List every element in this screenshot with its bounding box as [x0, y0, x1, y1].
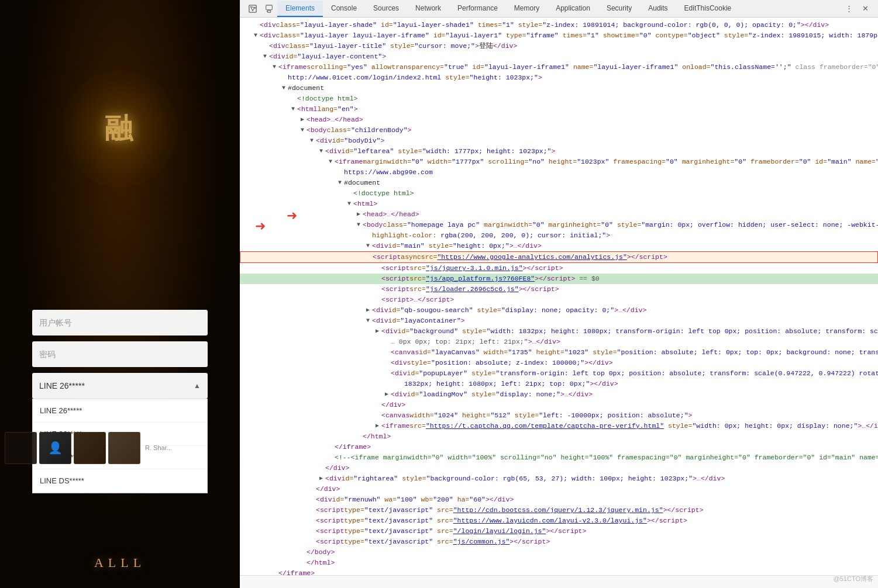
thumbnail-1[interactable]: 👤	[39, 432, 71, 464]
dom-line-45[interactable]: </div>	[240, 484, 878, 494]
expand-btn[interactable]	[317, 146, 325, 157]
expand-btn[interactable]	[326, 157, 335, 167]
expand-btn[interactable]	[317, 473, 325, 484]
expand-btn[interactable]	[289, 104, 297, 115]
dom-line-18[interactable]: <html>	[240, 199, 878, 209]
dom-line-4[interactable]: <div id="layui-layer-content">	[240, 51, 878, 62]
expand-btn[interactable]	[383, 389, 391, 400]
dom-line-2[interactable]: <div class="layui-layer layui-layer-ifra…	[240, 30, 878, 41]
dom-line-49[interactable]: <script type="text/javascript" src="/log…	[240, 526, 878, 537]
password-input[interactable]	[32, 341, 208, 367]
dom-line-8[interactable]: <!doctype html>	[240, 94, 878, 104]
tab-editthiscookie[interactable]: EditThisCookie	[676, 1, 740, 17]
dom-line-52[interactable]: </html>	[240, 558, 878, 568]
thumbnail-2[interactable]	[74, 432, 106, 464]
dom-line-28[interactable]: <div id="qb-sougou-search" style="displa…	[240, 305, 878, 316]
expand-btn[interactable]	[373, 326, 381, 337]
dom-line-32[interactable]: <canvas id="layaCanvas" width="1735" hei…	[240, 347, 878, 358]
dom-line-33[interactable]: <div style="position: absolute; z-index:…	[240, 358, 878, 368]
tab-elements[interactable]: Elements	[277, 1, 323, 17]
expand-btn[interactable]	[364, 241, 372, 251]
dom-line-19[interactable]: <head>…</head>	[240, 209, 878, 220]
dom-line-17[interactable]: <!doctype html>	[240, 188, 878, 199]
dom-line-13[interactable]: <div id="leftarea" style="width: 1777px;…	[240, 146, 878, 157]
tab-memory[interactable]: Memory	[506, 1, 548, 17]
dom-line-42[interactable]: <!--<iframe marginwidth="0" width="100%"…	[240, 452, 878, 463]
dom-line-48[interactable]: <script type="text/javascript" src="http…	[240, 516, 878, 526]
expand-btn[interactable]	[354, 220, 363, 230]
dom-line-50[interactable]: <script type="text/javascript" src="js/c…	[240, 537, 878, 547]
dom-line-5[interactable]: <iframe scrolling="yes" allowtransparenc…	[240, 62, 878, 72]
dom-line-38[interactable]: <canvas width="1024" height="512" style=…	[240, 410, 878, 421]
expand-btn[interactable]	[373, 421, 381, 431]
dom-line-15[interactable]: https://www.abg99e.com	[240, 167, 878, 178]
expand-btn[interactable]	[261, 51, 269, 62]
dom-line-20[interactable]: <body class="homepage laya pc" marginwid…	[240, 220, 878, 230]
dom-line-26[interactable]: <script src="js/loader.2696c5c6.js"></sc…	[240, 284, 878, 295]
dom-line-22[interactable]: <div id="main" style="height: 0px;">…</d…	[240, 241, 878, 251]
expand-btn[interactable]	[354, 209, 363, 220]
dom-line-34[interactable]: <div id="popupLayer" style="transform-or…	[240, 368, 878, 379]
dom-line-16[interactable]: #document	[240, 178, 878, 188]
dom-line-51[interactable]: </body>	[240, 547, 878, 558]
dom-line-53[interactable]: </iframe>	[240, 568, 878, 575]
dom-line-23[interactable]: <script async src="https://www.google-an…	[240, 251, 878, 263]
close-devtools-icon[interactable]: ✕	[857, 1, 873, 17]
expand-btn[interactable]	[364, 316, 372, 326]
dom-line-30[interactable]: <div id="background" style="width: 1832p…	[240, 326, 878, 337]
dom-line-36[interactable]: <div id="loadingMov" style="display: non…	[240, 389, 878, 400]
dom-line-14[interactable]: <iframe marginwidth="0" width="1777px" s…	[240, 157, 878, 167]
dom-line-21[interactable]: highlight-color: rgba(200, 200, 200, 0);…	[240, 230, 878, 241]
server-dropdown[interactable]: LINE 26***** ▲	[32, 373, 208, 399]
dom-line-27[interactable]: <script>…</script>	[240, 295, 878, 305]
inspect-element-icon[interactable]	[245, 1, 261, 17]
iframe-src-link[interactable]: http://www.01cet.com/login/index2.html	[288, 72, 441, 83]
dom-line-31[interactable]: … 0px 0px; top: 21px; left: 21px;">…</di…	[240, 337, 878, 347]
dom-line-12[interactable]: <div id="bodyDiv">	[240, 136, 878, 146]
server-item-0[interactable]: LINE 26*****	[33, 399, 207, 423]
tab-console[interactable]: Console	[323, 1, 365, 17]
expand-btn[interactable]	[298, 115, 307, 125]
expand-btn[interactable]	[252, 30, 260, 41]
device-toolbar-icon[interactable]	[261, 1, 277, 17]
thumbnail-0[interactable]	[5, 432, 37, 464]
expand-btn[interactable]	[364, 305, 372, 316]
expand-btn[interactable]	[336, 178, 344, 188]
server-item-3[interactable]: LINE DS*****	[33, 469, 207, 493]
dom-line-3[interactable]: <div class="layui-layer-title" style="cu…	[240, 41, 878, 51]
dom-line-46[interactable]: <div id="rmenuwh" wa="100" wb="200" ha="…	[240, 494, 878, 505]
tab-sources[interactable]: Sources	[365, 1, 407, 17]
tab-performance[interactable]: Performance	[449, 1, 506, 17]
expand-btn[interactable]	[270, 62, 278, 72]
dom-line-37[interactable]: </div>	[240, 400, 878, 410]
dom-line-6[interactable]: http://www.01cet.com/login/index2.html s…	[240, 72, 878, 83]
dom-line-47[interactable]: <script type="text/javascript" src="http…	[240, 505, 878, 516]
dom-line-9[interactable]: <html lang="en">	[240, 104, 878, 115]
dom-line-7[interactable]: #document	[240, 83, 878, 94]
dom-line-44[interactable]: <div id="rightarea" style="background-co…	[240, 473, 878, 484]
dom-line-11[interactable]: <body class="childrenBody">	[240, 125, 878, 136]
more-tools-icon[interactable]: ⋮	[841, 1, 857, 17]
expand-btn[interactable]	[345, 199, 353, 209]
dom-line-10[interactable]: <head>…</head>	[240, 115, 878, 125]
abg99-link[interactable]: https://www.abg99e.com	[344, 167, 433, 178]
dom-tree[interactable]: <div class="layui-layer-shade" id="layui…	[240, 18, 878, 575]
expand-btn[interactable]	[280, 83, 288, 94]
dom-line-1[interactable]: <div class="layui-layer-shade" id="layui…	[240, 20, 878, 30]
dom-line-43[interactable]: </div>	[240, 463, 878, 473]
expand-btn[interactable]	[308, 136, 316, 146]
dom-line-25[interactable]: <script src="js/app_platform.js?760FE8">…	[240, 274, 878, 284]
expand-btn[interactable]	[298, 125, 307, 136]
thumbnail-3[interactable]	[108, 432, 140, 464]
dom-line-35[interactable]: 1832px; height: 1080px; left: 21px; top:…	[240, 379, 878, 389]
tab-audits[interactable]: Audits	[640, 1, 676, 17]
dom-line-29[interactable]: <div id="layaContainer">	[240, 316, 878, 326]
tab-network[interactable]: Network	[407, 1, 449, 17]
tab-application[interactable]: Application	[548, 1, 598, 17]
dom-line-40[interactable]: </html>	[240, 431, 878, 442]
dom-line-24[interactable]: <script src="js/jquery-3.1.0.min.js"></s…	[240, 263, 878, 274]
dom-line-39[interactable]: <iframe src="https://t.captcha.qq.com/te…	[240, 421, 878, 431]
username-input[interactable]	[32, 310, 208, 335]
dom-line-41[interactable]: </iframe>	[240, 442, 878, 452]
tab-security[interactable]: Security	[598, 1, 640, 17]
